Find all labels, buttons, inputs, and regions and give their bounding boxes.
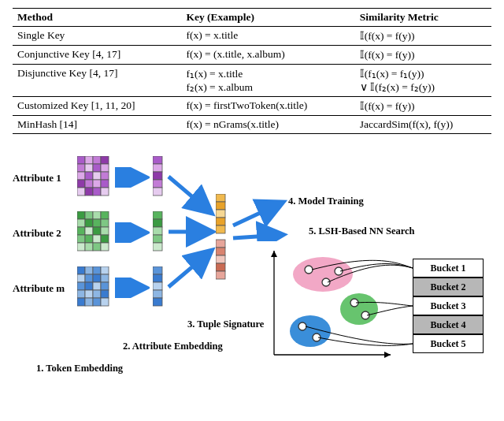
- svg-rect-27: [101, 219, 109, 227]
- svg-rect-86: [216, 240, 225, 248]
- svg-rect-65: [153, 172, 162, 180]
- svg-rect-26: [93, 219, 101, 227]
- svg-rect-66: [153, 180, 162, 188]
- svg-rect-57: [85, 298, 93, 306]
- svg-rect-43: [101, 266, 109, 274]
- svg-point-101: [350, 299, 358, 307]
- svg-rect-30: [93, 227, 101, 235]
- svg-rect-53: [85, 290, 93, 298]
- attr-embed-3: [153, 266, 164, 315]
- label-attrm: Attribute m: [13, 282, 65, 295]
- svg-line-78: [169, 177, 209, 211]
- table-row: Conjunctive Key [4, 17] f(x) = (x.title,…: [13, 46, 491, 65]
- svg-rect-48: [77, 282, 85, 290]
- arrow-icon: [115, 222, 150, 243]
- svg-point-104: [313, 333, 321, 341]
- svg-rect-29: [85, 227, 93, 235]
- svg-rect-83: [216, 210, 225, 218]
- svg-rect-5: [85, 164, 93, 172]
- svg-point-97: [290, 315, 331, 347]
- bucket: Bucket 2: [413, 278, 484, 296]
- label-attr1: Attribute 1: [13, 172, 61, 184]
- svg-rect-56: [77, 298, 85, 306]
- step3: 3. Tuple Signature: [187, 319, 264, 330]
- svg-rect-33: [85, 235, 93, 243]
- svg-rect-85: [216, 225, 225, 233]
- svg-point-100: [335, 267, 343, 275]
- svg-rect-10: [93, 172, 101, 180]
- svg-rect-9: [85, 172, 93, 180]
- svg-rect-77: [153, 298, 162, 306]
- svg-rect-75: [153, 282, 162, 290]
- svg-rect-90: [216, 271, 225, 279]
- col-key: Key (Example): [181, 9, 354, 27]
- svg-rect-39: [101, 243, 109, 251]
- bucket-list: Bucket 1 Bucket 2 Bucket 3 Bucket 4 Buck…: [413, 259, 484, 353]
- bucket: Bucket 3: [413, 296, 484, 315]
- svg-rect-4: [77, 164, 85, 172]
- svg-rect-76: [153, 290, 162, 298]
- svg-rect-74: [153, 274, 162, 282]
- svg-rect-84: [216, 218, 225, 225]
- svg-rect-45: [85, 274, 93, 282]
- svg-rect-67: [153, 188, 162, 196]
- attr-embed-1: [153, 156, 164, 205]
- bucket: Bucket 4: [413, 315, 484, 334]
- svg-rect-25: [85, 219, 93, 227]
- svg-rect-36: [77, 243, 85, 251]
- svg-point-102: [361, 311, 369, 319]
- svg-rect-49: [85, 282, 93, 290]
- svg-rect-28: [77, 227, 85, 235]
- svg-line-92: [233, 235, 280, 238]
- svg-rect-59: [101, 298, 109, 306]
- svg-rect-0: [77, 156, 85, 164]
- svg-rect-64: [153, 164, 162, 172]
- svg-rect-69: [153, 219, 162, 227]
- svg-rect-12: [77, 180, 85, 188]
- bucket: Bucket 5: [413, 334, 484, 353]
- svg-rect-7: [101, 164, 109, 172]
- svg-rect-55: [101, 290, 109, 298]
- svg-rect-21: [85, 211, 93, 219]
- svg-rect-17: [85, 188, 93, 196]
- svg-rect-1: [85, 156, 93, 164]
- bucket: Bucket 1: [413, 259, 484, 278]
- methods-table: Method Key (Example) Similarity Metric S…: [13, 8, 491, 134]
- svg-rect-19: [101, 188, 109, 196]
- svg-rect-23: [101, 211, 109, 219]
- svg-rect-18: [93, 188, 101, 196]
- arrow-icon: [230, 197, 293, 241]
- svg-point-99: [322, 278, 330, 286]
- svg-rect-37: [85, 243, 93, 251]
- svg-rect-47: [101, 274, 109, 282]
- svg-rect-3: [101, 156, 109, 164]
- tuple-signature: [216, 194, 227, 284]
- svg-point-98: [305, 266, 313, 274]
- svg-rect-46: [93, 274, 101, 282]
- svg-point-103: [298, 322, 306, 330]
- svg-rect-72: [153, 243, 162, 251]
- svg-rect-35: [101, 235, 109, 243]
- svg-rect-8: [77, 172, 85, 180]
- svg-line-91: [233, 203, 280, 225]
- svg-rect-38: [93, 243, 101, 251]
- arrow-icon: [165, 156, 220, 314]
- svg-rect-81: [216, 194, 225, 202]
- arrow-icon: [115, 278, 150, 298]
- label-attr2: Attribute 2: [13, 227, 61, 240]
- token-grid-3: [77, 266, 112, 315]
- col-sim: Similarity Metric: [355, 9, 491, 27]
- table-row: Customized Key [1, 11, 20] f(x) = firstT…: [13, 97, 491, 116]
- svg-rect-40: [77, 266, 85, 274]
- svg-rect-2: [93, 156, 101, 164]
- table-row: Disjunctive Key [4, 17] f₁(x) = x.title …: [13, 65, 491, 97]
- table-row: MinHash [14] f(x) = nGrams(x.title) Jacc…: [13, 116, 491, 134]
- svg-rect-89: [216, 263, 225, 271]
- svg-rect-58: [93, 298, 101, 306]
- col-method: Method: [13, 9, 181, 27]
- svg-rect-68: [153, 211, 162, 219]
- step1: 1. Token Embedding: [36, 363, 123, 374]
- svg-rect-14: [93, 180, 101, 188]
- svg-rect-15: [101, 180, 109, 188]
- svg-rect-50: [93, 282, 101, 290]
